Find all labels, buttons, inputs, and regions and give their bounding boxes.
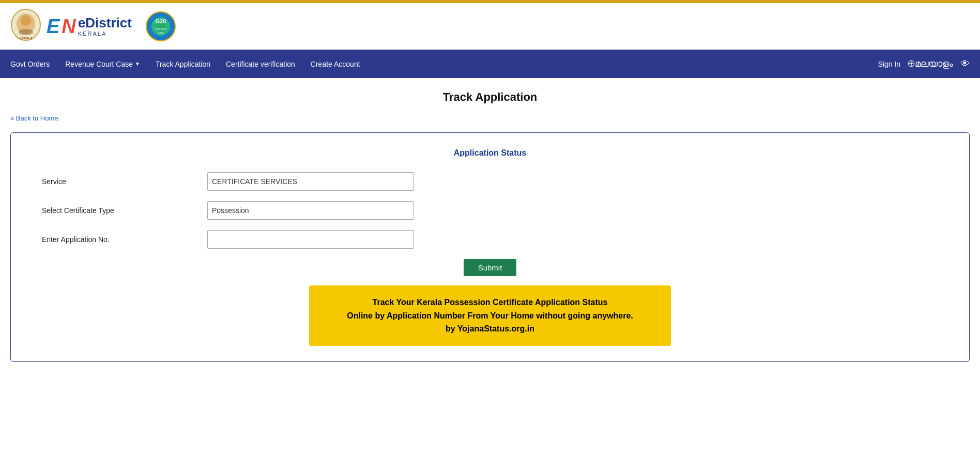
svg-text:INDIA: INDIA xyxy=(158,32,164,34)
nav-revenue-court-case[interactable]: Revenue Court Case ▼ xyxy=(65,57,140,71)
navbar: Govt Orders Revenue Court Case ▼ Track A… xyxy=(0,50,980,78)
header-logos: KERALA E N eDistrict KERALA G20 भारत 202… xyxy=(10,9,176,43)
svg-text:G20: G20 xyxy=(155,18,166,24)
service-row: Service xyxy=(32,172,948,191)
application-no-label: Enter Application No. xyxy=(32,235,207,244)
site-header: KERALA E N eDistrict KERALA G20 भारत 202… xyxy=(0,3,980,50)
form-card: Application Status Service Select Certif… xyxy=(10,132,970,362)
banner-text: Track Your Kerala Possession Certificate… xyxy=(326,296,654,336)
g20-icon: G20 भारत 2023 INDIA xyxy=(145,11,176,42)
dropdown-arrow-icon: ▼ xyxy=(135,61,140,67)
navbar-left: Govt Orders Revenue Court Case ▼ Track A… xyxy=(10,57,360,71)
banner-line3: by YojanaStatus.org.in xyxy=(446,324,534,333)
page-title: Track Application xyxy=(10,90,970,104)
edistrict-main-label: eDistrict xyxy=(78,16,132,31)
language-icon[interactable]: ⊕മലയാളം xyxy=(908,58,953,69)
yellow-banner: Track Your Kerala Possession Certificate… xyxy=(309,285,671,346)
submit-button[interactable]: Submit xyxy=(464,259,517,276)
main-content: Track Application « Back to Home. Applic… xyxy=(0,78,980,374)
sign-in-link[interactable]: Sign In xyxy=(878,60,900,68)
service-input[interactable] xyxy=(207,172,414,191)
edistrict-n-letter: N xyxy=(62,17,75,36)
kerala-emblem-icon: KERALA xyxy=(10,9,41,43)
svg-point-4 xyxy=(19,29,33,35)
edistrict-text: eDistrict KERALA xyxy=(78,16,132,37)
navbar-right: Sign In ⊕മലയാളം 👁 xyxy=(878,58,970,69)
nav-create-account[interactable]: Create Account xyxy=(311,57,360,71)
application-no-input[interactable] xyxy=(207,230,414,249)
nav-govt-orders[interactable]: Govt Orders xyxy=(10,57,50,71)
g20-logo: G20 भारत 2023 INDIA xyxy=(145,11,176,42)
accessibility-icon[interactable]: 👁 xyxy=(960,58,970,69)
certificate-type-input[interactable] xyxy=(207,201,414,220)
edistrict-sub-label: KERALA xyxy=(78,31,132,37)
nav-certificate-verification[interactable]: Certificate verification xyxy=(226,57,295,71)
certificate-type-row: Select Certificate Type xyxy=(32,201,948,220)
svg-text:भारत 2023: भारत 2023 xyxy=(155,27,166,31)
back-to-home-link[interactable]: « Back to Home. xyxy=(10,114,60,122)
nav-track-application[interactable]: Track Application xyxy=(156,57,210,71)
service-label: Service xyxy=(32,177,207,186)
form-section-title: Application Status xyxy=(32,148,948,158)
edistrict-logo: E N eDistrict KERALA xyxy=(47,16,132,37)
submit-row: Submit xyxy=(32,259,948,276)
banner-line1: Track Your Kerala Possession Certificate… xyxy=(373,298,608,307)
application-no-row: Enter Application No. xyxy=(32,230,948,249)
banner-line2: Online by Application Number From Your H… xyxy=(347,311,633,320)
certificate-type-label: Select Certificate Type xyxy=(32,206,207,215)
edistrict-e-letter: E xyxy=(47,17,59,36)
svg-text:KERALA: KERALA xyxy=(20,37,33,40)
